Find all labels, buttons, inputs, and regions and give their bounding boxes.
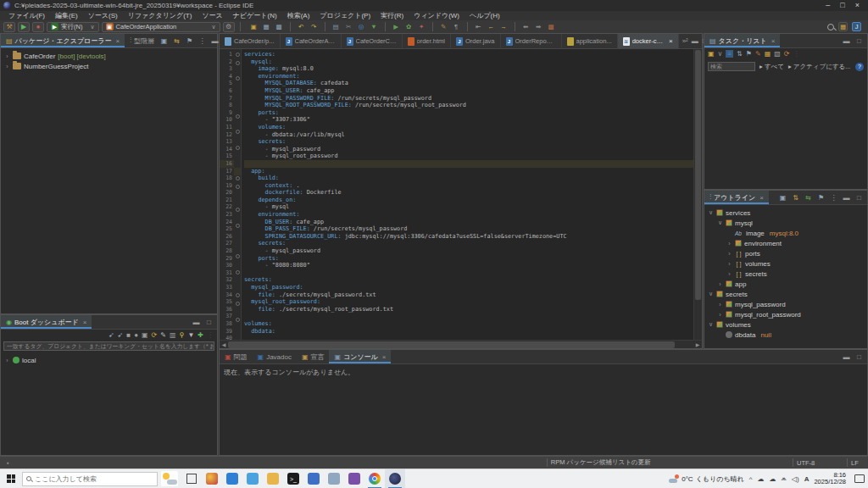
code-line[interactable]: - mysql_root_password bbox=[244, 152, 693, 160]
code-line[interactable]: volumes: bbox=[244, 124, 693, 131]
editor-tab-Order-java[interactable]: JOrder.java bbox=[451, 34, 501, 48]
menu-item-5[interactable]: ナビゲート(N) bbox=[228, 11, 282, 20]
fold-marker[interactable] bbox=[234, 293, 241, 301]
menu-item-2[interactable]: ソース(S) bbox=[83, 11, 123, 20]
twisty-icon[interactable]: › bbox=[717, 281, 723, 287]
tab-type-hierarchy[interactable]: ⫶ 型階層 bbox=[125, 34, 159, 47]
outline-item-volumes[interactable]: ›[ ]volumes bbox=[708, 258, 867, 269]
progress-status[interactable]: RPM パッケージ候補リストの更新 bbox=[551, 458, 651, 467]
refresh-icon[interactable]: ⟳ bbox=[152, 331, 158, 339]
code-line[interactable]: dbdata: bbox=[244, 328, 693, 336]
fold-marker[interactable] bbox=[234, 302, 241, 309]
close-icon[interactable]: × bbox=[771, 37, 776, 45]
fold-marker[interactable] bbox=[234, 114, 241, 122]
twisty-icon[interactable]: › bbox=[4, 53, 10, 59]
encoding-indicator[interactable]: UTF-8 bbox=[797, 459, 843, 467]
onedrive-icon[interactable]: ☁ bbox=[758, 475, 765, 483]
clock[interactable]: 8:16 2025/12/28 bbox=[814, 472, 846, 486]
editor-tab-CafeOrderCon-[interactable]: JCafeOrderCon... bbox=[342, 34, 403, 48]
code-line[interactable]: app: bbox=[244, 168, 693, 175]
twisty-icon[interactable]: ∨ bbox=[708, 291, 714, 297]
filters-icon[interactable]: ⚑ bbox=[816, 193, 826, 202]
twisty-icon[interactable]: › bbox=[726, 241, 732, 247]
project-item[interactable]: ›CafeOrder[boot] [devtools] bbox=[4, 51, 217, 61]
line-ending-indicator[interactable]: LF bbox=[851, 459, 868, 467]
twisty-icon[interactable]: › bbox=[726, 261, 732, 267]
fold-dot-icon[interactable] bbox=[236, 318, 240, 322]
code-line[interactable]: secrets: bbox=[244, 276, 693, 284]
twisty-icon[interactable]: ∨ bbox=[708, 321, 714, 328]
sync-icon[interactable]: ⟳ bbox=[784, 50, 790, 58]
maximize-view-icon[interactable]: □ bbox=[854, 352, 864, 362]
fold-marker[interactable] bbox=[234, 185, 241, 192]
fold-dot-icon[interactable] bbox=[236, 185, 240, 189]
twisty-icon[interactable]: ∨ bbox=[717, 219, 723, 226]
code-line[interactable]: DB_USER: cafe_app bbox=[244, 219, 693, 226]
menu-item-9[interactable]: ウィンドウ(W) bbox=[409, 11, 465, 20]
ime-indicator[interactable]: A bbox=[804, 475, 810, 483]
code-line[interactable]: services: bbox=[244, 51, 693, 58]
link-editor-icon[interactable]: ⇆ bbox=[172, 36, 181, 46]
outline-item-app[interactable]: ›app bbox=[708, 279, 867, 289]
filters-icon[interactable]: ⚑ bbox=[185, 36, 194, 46]
fold-marker[interactable] bbox=[234, 224, 241, 231]
code-line[interactable]: - mysql_password bbox=[244, 146, 693, 153]
redo-icon[interactable]: ↷ bbox=[309, 22, 319, 31]
restart-icon[interactable]: ● bbox=[134, 331, 138, 339]
outline-item-ports[interactable]: ›[ ]ports bbox=[708, 248, 867, 258]
build-icon[interactable]: ◎ bbox=[357, 22, 366, 31]
fold-marker[interactable] bbox=[234, 208, 241, 215]
fold-dot-icon[interactable] bbox=[236, 146, 240, 150]
app-store[interactable] bbox=[222, 469, 242, 488]
code-line[interactable]: - "8080:8080" bbox=[244, 262, 693, 269]
tab-コンソール[interactable]: ▣コンソール× bbox=[329, 350, 391, 363]
code-line[interactable]: ports: bbox=[244, 255, 693, 263]
sort-icon[interactable]: ⇅ bbox=[791, 193, 800, 202]
outline-item-dbdata[interactable]: dbdatanull bbox=[708, 330, 867, 340]
new-java-icon[interactable]: ▶ bbox=[392, 22, 401, 31]
editor-tab-OrderReposi-[interactable]: JOrderReposi... bbox=[501, 34, 562, 48]
save-all-icon[interactable]: ▩ bbox=[275, 22, 284, 31]
add-icon[interactable]: ✚ bbox=[198, 331, 203, 339]
code-line[interactable] bbox=[244, 269, 693, 277]
filter-icon[interactable]: ▼ bbox=[187, 331, 194, 339]
fold-marker[interactable] bbox=[234, 270, 241, 278]
fold-marker[interactable] bbox=[234, 146, 241, 153]
menu-item-6[interactable]: 検索(A) bbox=[282, 11, 315, 20]
app-purple[interactable] bbox=[344, 469, 364, 488]
outline-item-secrets[interactable]: ›[ ]secrets bbox=[708, 269, 867, 279]
run-button[interactable]: ▶ bbox=[18, 22, 30, 32]
code-line[interactable]: - mysql bbox=[244, 203, 693, 211]
code-line[interactable]: depends_on: bbox=[244, 197, 693, 204]
code-line[interactable] bbox=[244, 313, 693, 320]
fold-marker[interactable] bbox=[234, 61, 241, 69]
prev-annotation-icon[interactable]: ⬅ bbox=[521, 22, 531, 31]
fold-dot-icon[interactable] bbox=[236, 176, 240, 180]
editor-tab-CafeOrder-p-[interactable]: CafeOrder/p... bbox=[220, 34, 281, 48]
maximize-view-icon[interactable]: □ bbox=[204, 318, 214, 327]
minimize-view-icon[interactable]: ▬ bbox=[692, 37, 698, 45]
skip-icon[interactable]: ✂ bbox=[344, 22, 353, 31]
editor-horizontal-scrollbar[interactable]: ◀▶ bbox=[220, 340, 702, 348]
network-icon[interactable]: ⩕ bbox=[782, 474, 787, 483]
app-mail[interactable] bbox=[324, 469, 344, 488]
fold-dot-icon[interactable] bbox=[236, 293, 240, 297]
search-icon[interactable] bbox=[827, 24, 834, 30]
code-line[interactable]: - "3307:3306" bbox=[244, 116, 693, 124]
code-line[interactable]: - dbdata:/var/lib/mysql bbox=[244, 131, 693, 139]
twisty-icon[interactable]: ∨ bbox=[708, 209, 714, 216]
app-eclipse[interactable] bbox=[385, 469, 405, 488]
fold-marker[interactable] bbox=[234, 176, 241, 184]
menu-item-1[interactable]: 編集(E) bbox=[50, 11, 83, 20]
filter-activate-link[interactable]: ▸ アクティブにする... bbox=[788, 63, 851, 71]
minimize-view-icon[interactable]: ▬ bbox=[842, 193, 851, 202]
taskbar-search-input[interactable]: ここに入力して検索 bbox=[22, 472, 158, 486]
code-line[interactable]: secrets: bbox=[244, 240, 693, 247]
code-line[interactable] bbox=[244, 160, 693, 168]
outline-item-image[interactable]: Abimagemysql:8.0 bbox=[708, 228, 867, 238]
code-line[interactable]: MYSQL_PASSWORD_FILE: /run/secrets/mysql_… bbox=[244, 95, 693, 103]
debug-app-icon[interactable]: ➹ bbox=[118, 331, 124, 339]
fold-marker[interactable] bbox=[234, 254, 241, 262]
tab-宣言[interactable]: ▣宣言 bbox=[297, 350, 330, 363]
folding-ruler[interactable] bbox=[234, 49, 242, 340]
